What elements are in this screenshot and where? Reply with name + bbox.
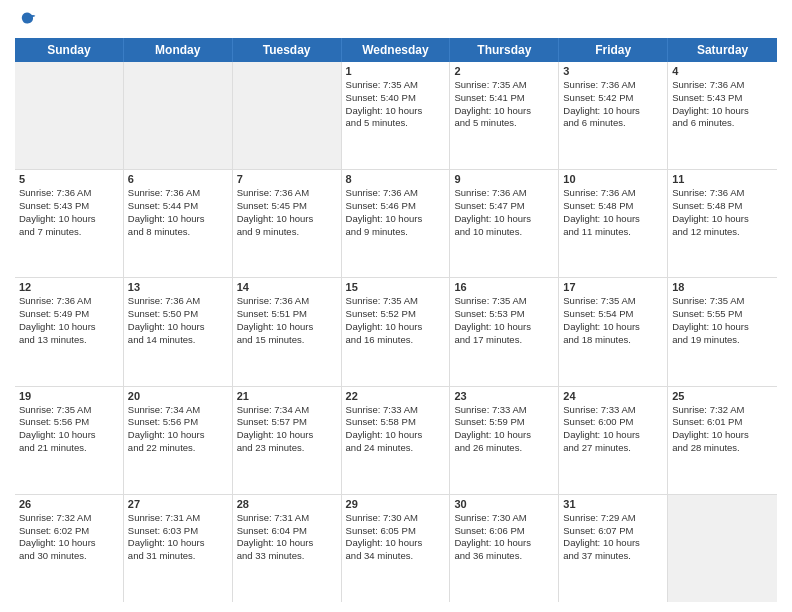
cell-info-line: and 26 minutes. [454, 442, 554, 455]
cell-info-line: and 8 minutes. [128, 226, 228, 239]
cell-info-line: Daylight: 10 hours [563, 537, 663, 550]
cell-info-line: Daylight: 10 hours [237, 537, 337, 550]
cell-info-line: Daylight: 10 hours [19, 321, 119, 334]
cell-info-line: Sunrise: 7:29 AM [563, 512, 663, 525]
day-number: 4 [672, 65, 773, 77]
cell-info-line: and 37 minutes. [563, 550, 663, 563]
cell-info-line: Sunset: 5:48 PM [672, 200, 773, 213]
calendar-row: 1Sunrise: 7:35 AMSunset: 5:40 PMDaylight… [15, 62, 777, 170]
cell-info-line: Daylight: 10 hours [346, 321, 446, 334]
day-cell-20: 20Sunrise: 7:34 AMSunset: 5:56 PMDayligh… [124, 387, 233, 494]
cell-info-line: and 18 minutes. [563, 334, 663, 347]
day-number: 25 [672, 390, 773, 402]
day-number: 9 [454, 173, 554, 185]
day-number: 27 [128, 498, 228, 510]
cell-info-line: Sunrise: 7:36 AM [672, 187, 773, 200]
cell-info-line: Daylight: 10 hours [237, 321, 337, 334]
header-day-saturday: Saturday [668, 38, 777, 62]
day-cell-3: 3Sunrise: 7:36 AMSunset: 5:42 PMDaylight… [559, 62, 668, 169]
cell-info-line: Sunrise: 7:34 AM [128, 404, 228, 417]
cell-info-line: Sunrise: 7:33 AM [454, 404, 554, 417]
day-number: 7 [237, 173, 337, 185]
cell-info-line: Daylight: 10 hours [563, 321, 663, 334]
cell-info-line: and 10 minutes. [454, 226, 554, 239]
cell-info-line: Sunrise: 7:31 AM [128, 512, 228, 525]
calendar-row: 5Sunrise: 7:36 AMSunset: 5:43 PMDaylight… [15, 170, 777, 278]
cell-info-line: and 36 minutes. [454, 550, 554, 563]
cell-info-line: Daylight: 10 hours [563, 429, 663, 442]
day-number: 17 [563, 281, 663, 293]
day-number: 12 [19, 281, 119, 293]
day-cell-30: 30Sunrise: 7:30 AMSunset: 6:06 PMDayligh… [450, 495, 559, 602]
calendar-header: SundayMondayTuesdayWednesdayThursdayFrid… [15, 38, 777, 62]
cell-info-line: Daylight: 10 hours [19, 429, 119, 442]
cell-info-line: and 30 minutes. [19, 550, 119, 563]
logo-bird-icon [17, 10, 37, 30]
cell-info-line: Sunset: 5:43 PM [19, 200, 119, 213]
cell-info-line: Sunset: 6:03 PM [128, 525, 228, 538]
cell-info-line: and 23 minutes. [237, 442, 337, 455]
day-cell-10: 10Sunrise: 7:36 AMSunset: 5:48 PMDayligh… [559, 170, 668, 277]
cell-info-line: Sunrise: 7:36 AM [563, 79, 663, 92]
cell-info-line: and 22 minutes. [128, 442, 228, 455]
cell-info-line: Sunrise: 7:36 AM [237, 187, 337, 200]
cell-info-line: Daylight: 10 hours [128, 537, 228, 550]
cell-info-line: Sunset: 5:56 PM [19, 416, 119, 429]
cell-info-line: Sunrise: 7:32 AM [672, 404, 773, 417]
cell-info-line: Sunset: 5:45 PM [237, 200, 337, 213]
page: SundayMondayTuesdayWednesdayThursdayFrid… [0, 0, 792, 612]
header-day-tuesday: Tuesday [233, 38, 342, 62]
cell-info-line: Daylight: 10 hours [672, 321, 773, 334]
cell-info-line: Daylight: 10 hours [128, 321, 228, 334]
cell-info-line: Sunrise: 7:32 AM [19, 512, 119, 525]
cell-info-line: Sunrise: 7:36 AM [454, 187, 554, 200]
cell-info-line: Daylight: 10 hours [454, 537, 554, 550]
cell-info-line: and 13 minutes. [19, 334, 119, 347]
cell-info-line: Sunset: 6:06 PM [454, 525, 554, 538]
cell-info-line: Sunset: 5:46 PM [346, 200, 446, 213]
day-cell-25: 25Sunrise: 7:32 AMSunset: 6:01 PMDayligh… [668, 387, 777, 494]
cell-info-line: Daylight: 10 hours [128, 429, 228, 442]
cell-info-line: and 34 minutes. [346, 550, 446, 563]
day-number: 16 [454, 281, 554, 293]
cell-info-line: Daylight: 10 hours [454, 105, 554, 118]
cell-info-line: Daylight: 10 hours [672, 105, 773, 118]
cell-info-line: Sunset: 5:41 PM [454, 92, 554, 105]
cell-info-line: Daylight: 10 hours [672, 429, 773, 442]
empty-cell [124, 62, 233, 169]
cell-info-line: Sunset: 6:05 PM [346, 525, 446, 538]
cell-info-line: Sunrise: 7:35 AM [563, 295, 663, 308]
day-cell-23: 23Sunrise: 7:33 AMSunset: 5:59 PMDayligh… [450, 387, 559, 494]
cell-info-line: Daylight: 10 hours [563, 105, 663, 118]
day-cell-24: 24Sunrise: 7:33 AMSunset: 6:00 PMDayligh… [559, 387, 668, 494]
cell-info-line: Daylight: 10 hours [237, 429, 337, 442]
cell-info-line: Daylight: 10 hours [19, 213, 119, 226]
day-cell-13: 13Sunrise: 7:36 AMSunset: 5:50 PMDayligh… [124, 278, 233, 385]
calendar-row: 26Sunrise: 7:32 AMSunset: 6:02 PMDayligh… [15, 495, 777, 602]
cell-info-line: and 7 minutes. [19, 226, 119, 239]
calendar-row: 12Sunrise: 7:36 AMSunset: 5:49 PMDayligh… [15, 278, 777, 386]
cell-info-line: Sunset: 6:02 PM [19, 525, 119, 538]
cell-info-line: Sunrise: 7:36 AM [19, 295, 119, 308]
cell-info-line: Sunrise: 7:36 AM [19, 187, 119, 200]
day-number: 30 [454, 498, 554, 510]
header [15, 10, 777, 30]
cell-info-line: Sunset: 5:42 PM [563, 92, 663, 105]
header-day-wednesday: Wednesday [342, 38, 451, 62]
cell-info-line: Sunset: 5:59 PM [454, 416, 554, 429]
cell-info-line: Sunset: 5:53 PM [454, 308, 554, 321]
cell-info-line: and 5 minutes. [346, 117, 446, 130]
cell-info-line: Sunrise: 7:36 AM [346, 187, 446, 200]
cell-info-line: Sunset: 6:00 PM [563, 416, 663, 429]
cell-info-line: and 16 minutes. [346, 334, 446, 347]
cell-info-line: Sunrise: 7:36 AM [563, 187, 663, 200]
cell-info-line: Sunrise: 7:33 AM [346, 404, 446, 417]
cell-info-line: Sunset: 5:58 PM [346, 416, 446, 429]
cell-info-line: Sunrise: 7:30 AM [454, 512, 554, 525]
calendar-row: 19Sunrise: 7:35 AMSunset: 5:56 PMDayligh… [15, 387, 777, 495]
cell-info-line: Daylight: 10 hours [454, 429, 554, 442]
cell-info-line: and 21 minutes. [19, 442, 119, 455]
day-cell-2: 2Sunrise: 7:35 AMSunset: 5:41 PMDaylight… [450, 62, 559, 169]
header-day-monday: Monday [124, 38, 233, 62]
cell-info-line: Sunset: 5:44 PM [128, 200, 228, 213]
